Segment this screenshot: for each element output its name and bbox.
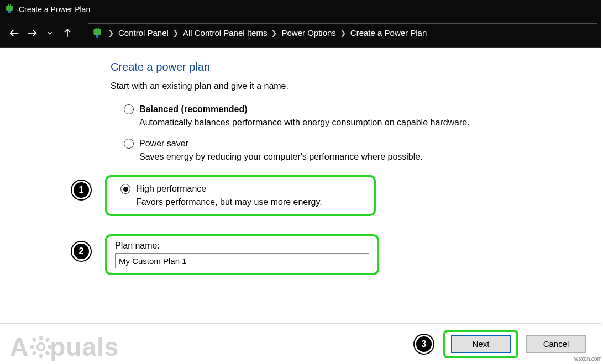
plan-option-balanced: Balanced (recommended) Automatically bal…	[111, 103, 603, 138]
plan-highperf-radio[interactable]: High performance	[120, 184, 366, 194]
annotation-marker-3: 3	[415, 335, 433, 354]
svg-rect-12	[39, 336, 43, 340]
plan-name-label: Plan name:	[115, 241, 369, 251]
svg-rect-14	[30, 345, 34, 349]
plan-powersaver-desc: Saves energy by reducing your computer's…	[124, 149, 603, 162]
plan-option-highperf: High performance Favors performance, but…	[115, 182, 366, 209]
svg-rect-8	[96, 28, 97, 29]
page-title: Create a power plan	[111, 61, 603, 73]
plan-name-input[interactable]	[115, 253, 369, 268]
svg-rect-3	[8, 11, 11, 13]
breadcrumb-item[interactable]: Create a Power Plan	[347, 28, 430, 38]
radio-icon	[120, 184, 130, 194]
plan-balanced-desc: Automatically balances performance with …	[124, 114, 603, 128]
breadcrumb-item[interactable]: Control Panel	[115, 28, 172, 38]
annotation-highlight-1: High performance Favors performance, but…	[105, 175, 376, 216]
radio-icon	[124, 104, 134, 114]
plan-highperf-label: High performance	[136, 184, 206, 194]
plan-balanced-radio[interactable]: Balanced (recommended)	[124, 104, 603, 114]
nav-divider	[80, 25, 80, 41]
svg-rect-13	[39, 354, 43, 358]
svg-rect-16	[32, 337, 37, 342]
separator	[111, 224, 481, 224]
svg-point-20	[39, 344, 44, 349]
content-area: Create a power plan Start with an existi…	[0, 48, 603, 275]
chevron-right-icon[interactable]: ❯	[172, 29, 180, 37]
address-bar[interactable]: ❯ Control Panel ❯ All Control Panel Item…	[88, 23, 597, 43]
next-button[interactable]: Next	[451, 335, 511, 353]
chevron-right-icon[interactable]: ❯	[107, 29, 115, 37]
page-intro: Start with an existing plan and give it …	[111, 81, 603, 91]
app-icon	[4, 4, 14, 14]
back-button[interactable]	[6, 24, 23, 42]
breadcrumb-item[interactable]: Power Options	[278, 28, 339, 38]
svg-rect-10	[96, 35, 98, 37]
annotation-marker-2: 2	[72, 242, 91, 261]
annotation-marker-1: 1	[72, 181, 91, 199]
recent-locations-button[interactable]	[41, 24, 59, 42]
cancel-button[interactable]: Cancel	[526, 335, 586, 353]
svg-rect-2	[10, 4, 11, 6]
forward-button[interactable]	[23, 24, 41, 42]
plan-powersaver-radio[interactable]: Power saver	[124, 139, 603, 149]
plan-highperf-desc: Favors performance, but may use more ene…	[120, 194, 366, 207]
svg-rect-0	[6, 6, 13, 11]
radio-icon	[124, 139, 134, 149]
plan-powersaver-label: Power saver	[139, 139, 188, 149]
annotation-highlight-3: Next	[443, 330, 518, 358]
plan-option-powersaver: Power saver Saves energy by reducing you…	[111, 138, 603, 172]
svg-rect-1	[8, 4, 9, 6]
svg-rect-7	[93, 29, 101, 35]
plan-balanced-label: Balanced (recommended)	[139, 104, 248, 114]
breadcrumb-item[interactable]: All Control Panel Items	[180, 28, 271, 38]
chevron-right-icon[interactable]: ❯	[339, 29, 347, 37]
window-title-bar: Create a Power Plan	[0, 0, 603, 19]
svg-rect-19	[32, 350, 37, 355]
source-note: wsxdn.com	[574, 356, 602, 362]
annotation-highlight-2: Plan name:	[105, 234, 379, 275]
navigation-bar: ❯ Control Panel ❯ All Control Panel Item…	[0, 19, 603, 48]
up-button[interactable]	[59, 24, 76, 42]
address-icon	[92, 28, 103, 39]
chevron-right-icon[interactable]: ❯	[270, 29, 278, 37]
watermark: A puals	[10, 332, 119, 362]
svg-rect-9	[98, 28, 99, 29]
window-title: Create a Power Plan	[19, 5, 90, 14]
